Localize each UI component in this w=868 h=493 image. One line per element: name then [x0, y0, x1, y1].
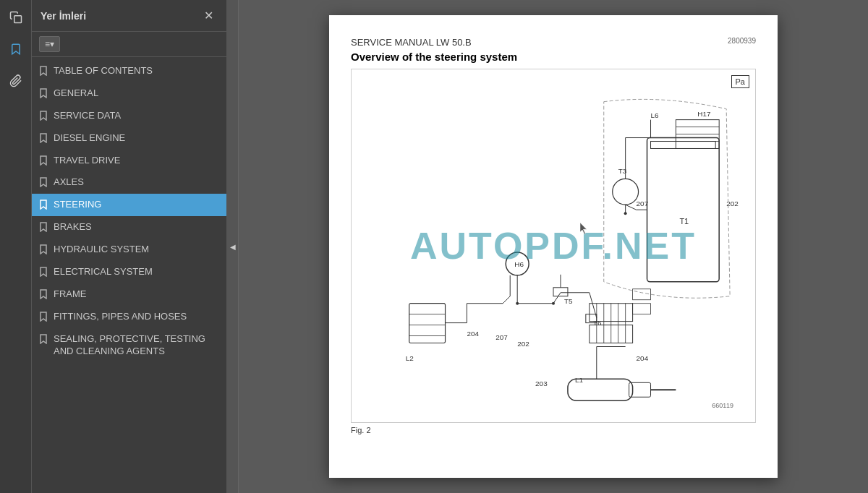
svg-rect-0 — [14, 16, 21, 23]
diagram-area: Pa AUTOPDF.NET T1 H17 L6 — [351, 69, 756, 423]
sidebar-item-travel-drive[interactable]: TRAVEL DRIVE — [32, 150, 226, 172]
pa-label: Pa — [731, 75, 749, 88]
sidebar-item-general[interactable]: GENERAL — [32, 82, 226, 105]
svg-rect-60 — [633, 304, 651, 314]
left-toolbar — [0, 0, 32, 493]
svg-point-66 — [624, 212, 627, 215]
svg-rect-29 — [409, 304, 446, 343]
document-subtitle: Overview of the steering system — [351, 51, 756, 63]
sidebar-header: Yer İmleri ✕ — [32, 0, 226, 32]
svg-text:H17: H17 — [697, 110, 711, 118]
copy-icon[interactable] — [6, 7, 26, 27]
svg-text:L2: L2 — [406, 354, 414, 362]
svg-point-65 — [552, 302, 555, 305]
sidebar-item-table-of-contents[interactable]: TABLE OF CONTENTS — [32, 60, 226, 82]
main-content: SERVICE MANUAL LW 50.B Overview of the s… — [239, 0, 868, 493]
svg-text:207: 207 — [637, 200, 649, 207]
sidebar-item-sealing[interactable]: SEALING, PROTECTIVE, TESTING AND CLEANIN… — [32, 328, 226, 363]
svg-rect-61 — [553, 288, 568, 296]
sidebar-items-list: TABLE OF CONTENTS GENERAL SERVICE DATA D… — [32, 57, 226, 493]
document-ref: 2800939 — [728, 37, 756, 45]
sidebar-panel: Yer İmleri ✕ ≡▾ TABLE OF CONTENTS GENERA… — [32, 0, 227, 493]
svg-text:H6: H6 — [514, 260, 524, 268]
sidebar-title: Yer İmleri — [41, 10, 86, 22]
sidebar-item-fittings[interactable]: FITTINGS, PIPES AND HOSES — [32, 306, 226, 328]
svg-text:T1: T1 — [679, 217, 689, 226]
svg-text:T5: T5 — [564, 297, 573, 305]
svg-text:203: 203 — [535, 380, 548, 387]
svg-text:660119: 660119 — [712, 402, 733, 409]
bookmark-nav-icon[interactable] — [6, 39, 26, 59]
svg-point-12 — [613, 179, 639, 205]
sidebar-item-steering[interactable]: STEERING — [32, 194, 226, 216]
sidebar-item-brakes[interactable]: BRAKES — [32, 216, 226, 239]
svg-text:204: 204 — [467, 330, 479, 338]
fig-caption: Fig. 2 — [351, 426, 756, 434]
sidebar-item-diesel-engine[interactable]: DIESEL ENGINE — [32, 127, 226, 150]
sidebar-item-hydraulic-system[interactable]: HYDRAULIC SYSTEM — [32, 239, 226, 261]
svg-text:207: 207 — [495, 333, 508, 341]
sidebar-toolbar: ≡▾ — [32, 32, 226, 57]
svg-line-55 — [626, 205, 637, 210]
svg-rect-1 — [647, 138, 720, 282]
svg-point-64 — [516, 302, 519, 305]
svg-rect-2 — [651, 142, 716, 149]
steering-diagram: T1 H17 L6 T3 207 202 — [352, 69, 755, 422]
svg-text:204: 204 — [637, 354, 649, 362]
svg-rect-59 — [633, 289, 651, 300]
sidebar-item-electrical-system[interactable]: ELECTRICAL SYSTEM — [32, 261, 226, 283]
close-sidebar-button[interactable]: ✕ — [200, 7, 218, 24]
sidebar-menu-button[interactable]: ≡▾ — [39, 36, 60, 52]
document-page: SERVICE MANUAL LW 50.B Overview of the s… — [329, 15, 778, 478]
document-title: SERVICE MANUAL LW 50.B — [351, 37, 756, 48]
svg-text:L1: L1 — [575, 376, 584, 384]
sidebar-item-axles[interactable]: AXLES — [32, 171, 226, 194]
svg-text:202: 202 — [517, 340, 529, 348]
svg-text:L6: L6 — [651, 111, 660, 119]
sidebar-item-frame[interactable]: FRAME — [32, 283, 226, 306]
paperclip-icon[interactable] — [6, 71, 26, 91]
svg-line-23 — [553, 293, 561, 304]
sidebar-item-service-data[interactable]: SERVICE DATA — [32, 105, 226, 127]
svg-line-52 — [503, 296, 510, 304]
sidebar-collapse-button[interactable]: ◀ — [227, 0, 239, 493]
